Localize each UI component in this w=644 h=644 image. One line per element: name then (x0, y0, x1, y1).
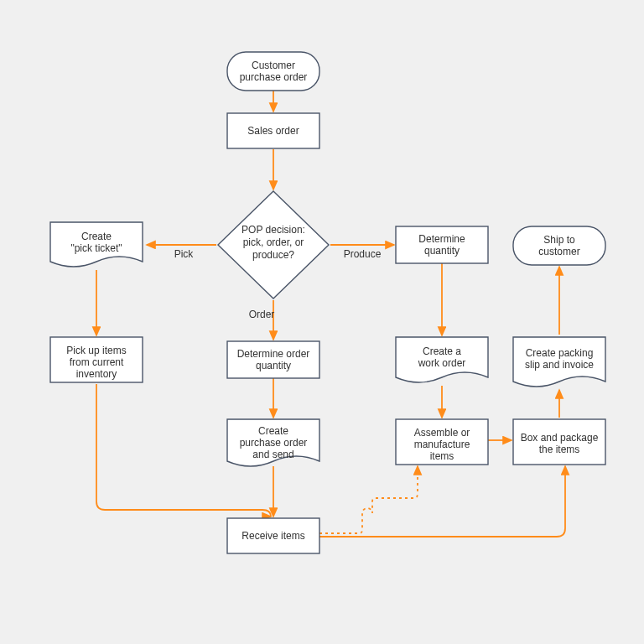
node-sales: Sales order (227, 113, 319, 148)
svg-text:customer: customer (538, 246, 579, 257)
svg-text:Pick up items: Pick up items (66, 345, 126, 356)
svg-text:POP decision:: POP decision: (242, 224, 305, 236)
svg-text:Create a: Create a (423, 345, 461, 357)
svg-text:Sales order: Sales order (247, 125, 299, 137)
node-start: Customer purchase order (227, 52, 319, 91)
svg-text:the items: the items (539, 444, 580, 455)
svg-text:purchase order: purchase order (240, 71, 308, 83)
node-box: Box and package the items (513, 419, 605, 465)
node-det-qty: Determine quantity (396, 226, 488, 263)
svg-text:Create packing: Create packing (526, 347, 594, 359)
svg-text:Ship to: Ship to (543, 234, 575, 246)
svg-text:manufacture: manufacture (414, 439, 470, 450)
node-ship: Ship to customer (513, 226, 605, 265)
svg-text:Create: Create (81, 231, 112, 242)
node-pick-ticket: Create "pick ticket" (50, 222, 143, 267)
edge-receive-assemble (319, 466, 418, 533)
svg-text:Create: Create (258, 425, 288, 437)
node-det-order-qty: Determine order quantity (227, 341, 319, 378)
edge-label-pick: Pick (174, 248, 195, 260)
svg-text:"pick ticket": "pick ticket" (70, 242, 122, 254)
svg-text:items: items (430, 450, 454, 462)
svg-text:Box and package: Box and package (521, 432, 599, 444)
node-work-order: Create a work order (396, 337, 488, 382)
svg-text:quantity: quantity (256, 360, 291, 371)
svg-text:inventory: inventory (76, 368, 117, 380)
edge-receive-box (319, 466, 565, 537)
svg-text:pick, order, or: pick, order, or (243, 236, 304, 248)
svg-text:Customer: Customer (252, 60, 295, 71)
svg-text:Receive items: Receive items (242, 530, 304, 542)
node-create-po: Create purchase order and send (227, 419, 319, 466)
node-receive: Receive items (227, 518, 319, 553)
edge-label-produce: Produce (344, 248, 382, 260)
svg-text:and send: and send (252, 449, 293, 460)
svg-text:purchase order: purchase order (240, 437, 308, 449)
flowchart-canvas: Pick Produce Order Customer purchase ord… (0, 0, 644, 644)
svg-text:Determine order: Determine order (237, 348, 310, 360)
svg-text:slip and invoice: slip and invoice (525, 359, 594, 371)
svg-text:from current: from current (70, 356, 124, 368)
svg-text:quantity: quantity (424, 245, 460, 257)
svg-text:Assemble or: Assemble or (414, 427, 470, 439)
node-decision: POP decision: pick, order, or produce? (218, 191, 329, 299)
node-pack-slip: Create packing slip and invoice (513, 337, 605, 387)
svg-text:produce?: produce? (252, 249, 294, 261)
svg-text:work order: work order (418, 357, 466, 369)
svg-text:Determine: Determine (418, 233, 465, 245)
edge-label-order: Order (249, 309, 275, 320)
node-assemble: Assemble or manufacture items (396, 419, 488, 465)
node-pick-items: Pick up items from current inventory (50, 337, 143, 382)
